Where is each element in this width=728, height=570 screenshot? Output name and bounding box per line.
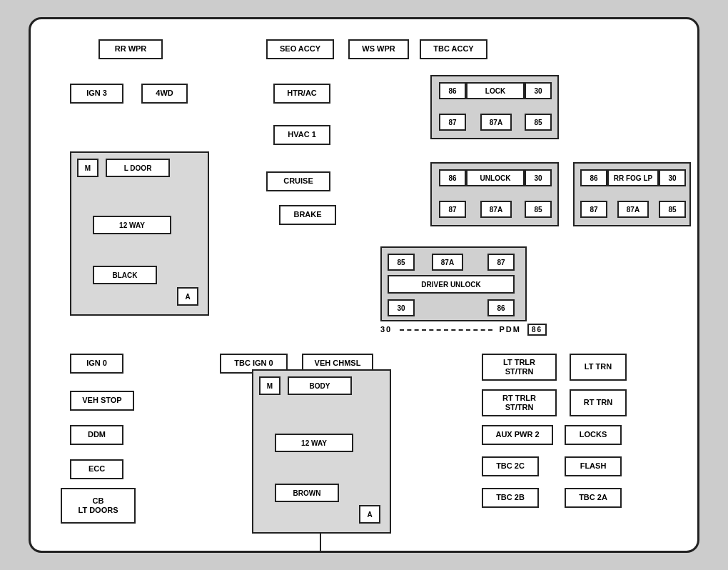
lbl-lt-trn: LT TRN [570,354,627,381]
relay-rr-fog-block: 86 30 RR FOG LP 87 87A 85 [573,162,691,226]
relay-fog-pin87a: 87A [617,201,649,218]
lbl-hvac1: HVAC 1 [273,125,330,145]
lbl-tbc2c: TBC 2C [482,456,539,476]
lbl-veh-stop: VEH STOP [70,391,134,411]
relay-unlock-block: 86 30 UNLOCK 87 87A 85 [430,162,559,226]
conn-left-12way: 12 WAY [93,216,171,234]
relay-fog-pin86: 86 [580,169,607,186]
lbl-ign0: IGN 0 [70,354,123,374]
lbl-tbc-accy: TBC ACCY [420,39,487,59]
lbl-ecc: ECC [70,459,123,479]
conn-body: M BODY 12 WAY BROWN A [252,369,391,534]
lbl-tbc2a: TBC 2A [565,488,622,508]
conn-body-12way: 12 WAY [275,434,353,452]
diagram-container: RR WPR SEO ACCY WS WPR TBC ACCY IGN 3 4W… [29,17,699,553]
conn-body-label1: BODY [288,376,352,395]
pdm-label: 30 PDM 86 [380,325,547,334]
lbl-ign3: IGN 3 [70,84,123,104]
relay-lock-block: 86 30 LOCK 87 87A 85 [430,75,559,139]
relay-unlock-pin87: 87 [439,201,466,218]
relay-du-pin85: 85 [388,254,415,271]
relay-fog-pin87: 87 [580,201,607,218]
lbl-htr-ac: HTR/AC [273,84,330,104]
relay-lock-pin87: 87 [439,114,466,131]
lbl-4wd: 4WD [141,84,188,104]
relay-du-pin30: 30 [388,299,415,316]
lbl-rr-wpr: RR WPR [98,39,163,59]
relay-lock-pin85: 85 [525,114,552,131]
relay-unlock-pin86: 86 [439,169,466,186]
conn-left-ldoor: L DOOR [106,159,170,177]
conn-body-a: A [359,505,380,524]
lbl-ws-wpr: WS WPR [348,39,409,59]
lbl-cruise: CRUISE [266,171,330,191]
lbl-locks: LOCKS [565,425,622,445]
relay-lock-label: LOCK [466,82,525,99]
relay-lock-pin87a: 87A [480,114,512,131]
lbl-lt-trlr-strn: LT TRLR ST/TRN [482,354,557,381]
relay-lock-pin86: 86 [439,82,466,99]
lbl-aux-pwr2: AUX PWR 2 [482,425,553,445]
conn-left-black: BLACK [93,266,157,284]
lbl-ddm: DDM [70,425,123,445]
conn-left-m: M [77,159,98,177]
lbl-rt-trlr-strn: RT TRLR ST/TRN [482,389,557,416]
relay-fog-label: RR FOG LP [607,169,659,186]
lbl-flash: FLASH [565,456,622,476]
conn-left-a: A [177,287,198,306]
relay-du-pin87a: 87A [432,254,463,271]
relay-fog-pin30: 30 [659,169,686,186]
lbl-tbc2b: TBC 2B [482,488,539,508]
lbl-cb-lt-doors: CB LT DOORS [61,488,136,524]
conn-body-m: M [259,376,280,395]
relay-du-pin87: 87 [487,254,515,271]
conn-left-door: M L DOOR 12 WAY BLACK A [70,151,209,316]
lbl-rt-trn: RT TRN [570,389,627,416]
relay-du-label: DRIVER UNLOCK [388,275,515,294]
relay-du-pin86: 86 [487,299,515,316]
connector-line-v [320,532,321,553]
lbl-brake: BRAKE [279,205,336,225]
relay-unlock-label: UNLOCK [466,169,525,186]
relay-unlock-pin87a: 87A [480,201,512,218]
conn-body-brown: BROWN [275,484,339,502]
relay-unlock-pin30: 30 [525,169,552,186]
relay-unlock-pin85: 85 [525,201,552,218]
relay-lock-pin30: 30 [525,82,552,99]
relay-fog-pin85: 85 [659,201,686,218]
relay-driver-unlock-block: 85 87A 87 DRIVER UNLOCK 30 86 [380,246,527,321]
lbl-seo-accy: SEO ACCY [266,39,334,59]
